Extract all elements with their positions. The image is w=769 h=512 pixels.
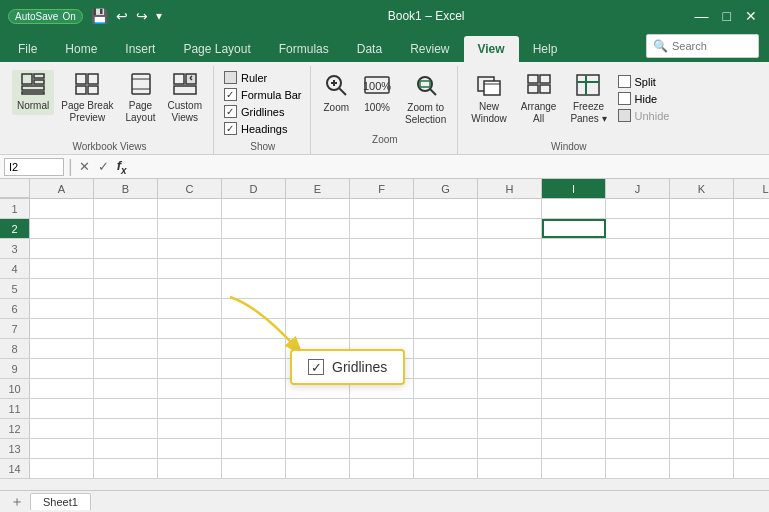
cell-G2[interactable] xyxy=(414,219,478,238)
cell-B3[interactable] xyxy=(94,239,158,258)
cell-G14[interactable] xyxy=(414,459,478,478)
cell-F4[interactable] xyxy=(350,259,414,278)
cell-I9[interactable] xyxy=(542,359,606,378)
cell-H13[interactable] xyxy=(478,439,542,458)
cell-I14[interactable] xyxy=(542,459,606,478)
cell-L11[interactable] xyxy=(734,399,769,418)
cell-H12[interactable] xyxy=(478,419,542,438)
name-box[interactable]: I2 xyxy=(4,158,64,176)
cell-C2[interactable] xyxy=(158,219,222,238)
col-header-I[interactable]: I xyxy=(542,179,606,198)
cell-G3[interactable] xyxy=(414,239,478,258)
cell-L4[interactable] xyxy=(734,259,769,278)
cell-B2[interactable] xyxy=(94,219,158,238)
cell-I2[interactable] xyxy=(542,219,606,238)
cell-A14[interactable] xyxy=(30,459,94,478)
cell-F7[interactable] xyxy=(350,319,414,338)
tab-review[interactable]: Review xyxy=(396,36,463,62)
row-number-10[interactable]: 10 xyxy=(0,379,30,398)
cell-G12[interactable] xyxy=(414,419,478,438)
cell-B5[interactable] xyxy=(94,279,158,298)
cell-K13[interactable] xyxy=(670,439,734,458)
cell-C3[interactable] xyxy=(158,239,222,258)
minimize-icon[interactable]: — xyxy=(691,6,713,26)
cell-G6[interactable] xyxy=(414,299,478,318)
formula-bar-checkbox[interactable]: Formula Bar xyxy=(222,87,304,102)
cell-G11[interactable] xyxy=(414,399,478,418)
formula-function-icon[interactable]: fx xyxy=(115,158,129,176)
row-number-14[interactable]: 14 xyxy=(0,459,30,478)
cell-J13[interactable] xyxy=(606,439,670,458)
cell-K3[interactable] xyxy=(670,239,734,258)
cell-L12[interactable] xyxy=(734,419,769,438)
cell-H7[interactable] xyxy=(478,319,542,338)
cell-J11[interactable] xyxy=(606,399,670,418)
cell-H10[interactable] xyxy=(478,379,542,398)
cell-I13[interactable] xyxy=(542,439,606,458)
zoom-to-selection-button[interactable]: Zoom toSelection xyxy=(400,70,451,129)
cell-B6[interactable] xyxy=(94,299,158,318)
close-icon[interactable]: ✕ xyxy=(741,6,761,26)
cell-B1[interactable] xyxy=(94,199,158,218)
cell-L7[interactable] xyxy=(734,319,769,338)
cell-G13[interactable] xyxy=(414,439,478,458)
cell-G10[interactable] xyxy=(414,379,478,398)
cell-D4[interactable] xyxy=(222,259,286,278)
cell-D14[interactable] xyxy=(222,459,286,478)
cell-J12[interactable] xyxy=(606,419,670,438)
cell-J10[interactable] xyxy=(606,379,670,398)
cell-I1[interactable] xyxy=(542,199,606,218)
cell-H14[interactable] xyxy=(478,459,542,478)
cell-C5[interactable] xyxy=(158,279,222,298)
cell-K2[interactable] xyxy=(670,219,734,238)
formula-input[interactable] xyxy=(133,158,765,176)
headings-checkbox[interactable]: Headings xyxy=(222,121,304,136)
new-window-button[interactable]: NewWindow xyxy=(466,70,512,128)
cell-C13[interactable] xyxy=(158,439,222,458)
cell-K4[interactable] xyxy=(670,259,734,278)
cell-G7[interactable] xyxy=(414,319,478,338)
page-layout-button[interactable]: PageLayout xyxy=(121,70,161,127)
cell-C9[interactable] xyxy=(158,359,222,378)
col-header-F[interactable]: F xyxy=(350,179,414,198)
cell-A5[interactable] xyxy=(30,279,94,298)
cell-H5[interactable] xyxy=(478,279,542,298)
more-icon[interactable]: ▾ xyxy=(156,9,162,23)
cell-A3[interactable] xyxy=(30,239,94,258)
autosave-toggle[interactable]: AutoSave On xyxy=(8,9,83,24)
custom-views-button[interactable]: CustomViews xyxy=(163,70,207,127)
cell-A4[interactable] xyxy=(30,259,94,278)
cell-I11[interactable] xyxy=(542,399,606,418)
cell-G1[interactable] xyxy=(414,199,478,218)
cell-E14[interactable] xyxy=(286,459,350,478)
cell-K7[interactable] xyxy=(670,319,734,338)
cell-J4[interactable] xyxy=(606,259,670,278)
redo-icon[interactable]: ↪ xyxy=(136,8,148,24)
cell-I6[interactable] xyxy=(542,299,606,318)
col-header-E[interactable]: E xyxy=(286,179,350,198)
cell-F14[interactable] xyxy=(350,459,414,478)
cell-E12[interactable] xyxy=(286,419,350,438)
freeze-panes-button[interactable]: FreezePanes ▾ xyxy=(565,70,611,128)
restore-icon[interactable]: □ xyxy=(719,6,735,26)
cell-E13[interactable] xyxy=(286,439,350,458)
cell-F12[interactable] xyxy=(350,419,414,438)
row-number-2[interactable]: 2 xyxy=(0,219,30,238)
cell-I3[interactable] xyxy=(542,239,606,258)
cell-H9[interactable] xyxy=(478,359,542,378)
tab-insert[interactable]: Insert xyxy=(111,36,169,62)
row-number-8[interactable]: 8 xyxy=(0,339,30,358)
cell-D2[interactable] xyxy=(222,219,286,238)
cell-J8[interactable] xyxy=(606,339,670,358)
cell-F5[interactable] xyxy=(350,279,414,298)
ribbon-search-box[interactable]: 🔍 xyxy=(646,34,759,58)
cell-C7[interactable] xyxy=(158,319,222,338)
cell-L3[interactable] xyxy=(734,239,769,258)
cell-B10[interactable] xyxy=(94,379,158,398)
cell-H4[interactable] xyxy=(478,259,542,278)
cell-K5[interactable] xyxy=(670,279,734,298)
cell-D3[interactable] xyxy=(222,239,286,258)
arrange-all-button[interactable]: ArrangeAll xyxy=(516,70,562,128)
col-header-H[interactable]: H xyxy=(478,179,542,198)
cell-H11[interactable] xyxy=(478,399,542,418)
